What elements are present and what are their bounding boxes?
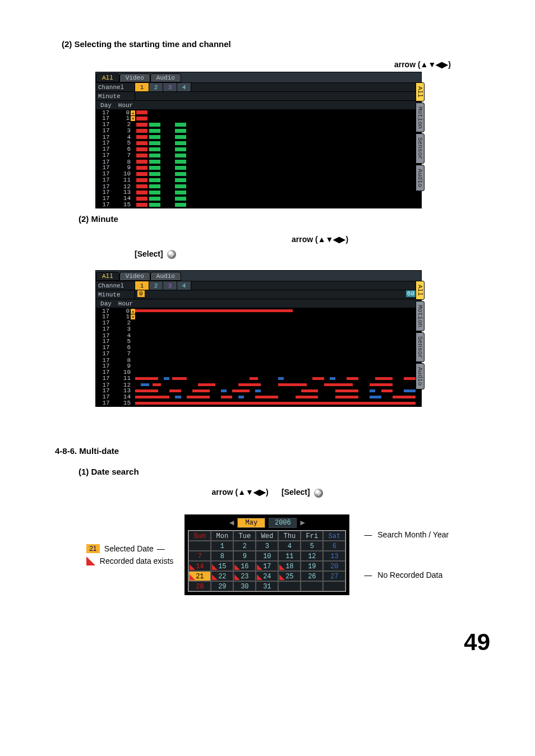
timeline-row [135, 171, 421, 177]
side-tab-all[interactable]: All [416, 82, 425, 101]
calendar-widget[interactable]: ◀ May 2006 ▶ SunMonTueWedThuFriSat123456… [185, 514, 349, 595]
calendar-day [323, 581, 345, 591]
timeline-row [135, 394, 421, 400]
calendar-prev-button[interactable]: ◀ [229, 518, 234, 527]
channel-3[interactable]: 3 [163, 281, 177, 290]
channel-1[interactable]: 1 [135, 83, 149, 91]
arrow-hint: arrow (▲▼◀▶) [45, 60, 451, 69]
timeline-row [135, 314, 421, 320]
timeline-row [135, 189, 421, 196]
select-button-icon [314, 489, 323, 498]
calendar-day[interactable]: 13 [323, 551, 345, 561]
selected-date-swatch: 21 [86, 544, 100, 553]
calendar-day[interactable]: 4 [278, 541, 301, 551]
side-tab-motion[interactable]: Motion [416, 301, 425, 331]
row-label: 1711 [96, 375, 135, 382]
timeline-row [135, 308, 421, 314]
scroll-down-icon[interactable]: ▾ [131, 314, 135, 319]
weekday-header: Thu [278, 531, 301, 541]
timeline-row [135, 159, 421, 165]
calendar-day[interactable]: 31 [256, 581, 278, 591]
side-tab-audio[interactable]: Audio [416, 165, 425, 191]
timeline-row [135, 196, 421, 202]
calendar-year-field[interactable]: 2006 [269, 518, 297, 528]
timeline-row [135, 363, 421, 369]
calendar-day[interactable]: 8 [211, 551, 233, 561]
calendar-day[interactable]: 27 [323, 571, 345, 581]
weekday-header: Mon [211, 531, 233, 541]
channel-1[interactable]: 1 [135, 281, 149, 290]
select-label-2: [Select] [282, 488, 310, 497]
weekday-header: Tue [233, 531, 256, 541]
tab-all[interactable]: All [96, 73, 119, 82]
calendar-next-button[interactable]: ▶ [300, 518, 305, 527]
calendar-day[interactable]: 24 [256, 571, 278, 581]
calendar-day[interactable]: 3 [256, 541, 278, 551]
calendar-day[interactable]: 14 [188, 561, 211, 571]
channel-3[interactable]: 3 [163, 83, 177, 91]
minute-label: Minute [96, 92, 135, 100]
calendar-day[interactable]: 7 [188, 551, 211, 561]
side-tab-all[interactable]: All [416, 281, 425, 300]
row-label: 1715 [96, 400, 135, 406]
calendar-day[interactable]: 12 [301, 551, 323, 561]
calendar-day[interactable]: 10 [256, 551, 278, 561]
row-label: 1711 [96, 177, 135, 183]
calendar-day[interactable]: 16 [233, 561, 256, 571]
tab-video[interactable]: Video [119, 73, 150, 82]
calendar-day [301, 581, 323, 591]
calendar-day[interactable]: 26 [301, 571, 323, 581]
calendar-day[interactable]: 17 [256, 561, 278, 571]
scroll-up-icon[interactable]: ▴ [131, 309, 135, 314]
hour-header: Hour [116, 299, 135, 308]
calendar-instruction: arrow (▲▼◀▶) [Select] [45, 488, 490, 497]
channel-2[interactable]: 2 [149, 281, 163, 290]
timeline-row [135, 146, 421, 152]
calendar-day[interactable]: 6 [323, 541, 345, 551]
select-hint: [Select] [135, 249, 490, 259]
channel-label: Channel [96, 281, 135, 290]
calendar-day[interactable]: 21 [188, 571, 211, 581]
calendar-day[interactable]: 2 [233, 541, 256, 551]
tab-all[interactable]: All [96, 272, 119, 281]
calendar-day[interactable]: 9 [233, 551, 256, 561]
channel-2[interactable]: 2 [149, 83, 163, 91]
calendar-legend-right: — Search Month / Year — No Recorded Data [361, 526, 449, 584]
channel-4[interactable]: 4 [177, 83, 191, 91]
calendar-day [278, 581, 301, 591]
timeline-row [135, 320, 421, 326]
timeline-row [135, 152, 421, 159]
calendar-day[interactable]: 25 [278, 571, 301, 581]
side-tab-audio[interactable]: Audio [416, 363, 425, 389]
side-tab-motion[interactable]: Motion [416, 103, 425, 133]
calendar-day[interactable]: 20 [323, 561, 345, 571]
calendar-day[interactable]: 23 [233, 571, 256, 581]
timeline-row [135, 332, 421, 338]
tab-audio[interactable]: Audio [150, 73, 181, 82]
select-button-icon [167, 250, 176, 259]
calendar-month-field[interactable]: May [237, 518, 265, 528]
calendar-day[interactable]: 29 [211, 581, 233, 591]
timeline-panel-2: AllMotionSensorAudio AllVideoAudio Chann… [95, 270, 422, 407]
channel-4[interactable]: 4 [177, 281, 191, 290]
timeline-row [135, 183, 421, 189]
side-tab-sensor[interactable]: Sensor [416, 133, 425, 164]
calendar-day[interactable]: 19 [301, 561, 323, 571]
calendar-day[interactable]: 28 [188, 581, 211, 591]
timeline-row [135, 165, 421, 171]
side-tab-sensor[interactable]: Sensor [416, 332, 425, 363]
tab-audio[interactable]: Audio [150, 272, 181, 281]
calendar-day[interactable]: 5 [301, 541, 323, 551]
calendar-day[interactable]: 15 [211, 561, 233, 571]
scroll-down-icon[interactable]: ▾ [131, 116, 135, 121]
calendar-day[interactable]: 18 [278, 561, 301, 571]
weekday-header: Fri [301, 531, 323, 541]
calendar-day[interactable]: 22 [211, 571, 233, 581]
calendar-day[interactable]: 11 [278, 551, 301, 561]
scroll-up-icon[interactable]: ▴ [131, 110, 135, 115]
row-label: 173 [96, 128, 135, 134]
tab-video[interactable]: Video [119, 272, 150, 281]
calendar-day[interactable]: 1 [211, 541, 233, 551]
day-header: Day [96, 299, 116, 308]
calendar-day[interactable]: 30 [233, 581, 256, 591]
